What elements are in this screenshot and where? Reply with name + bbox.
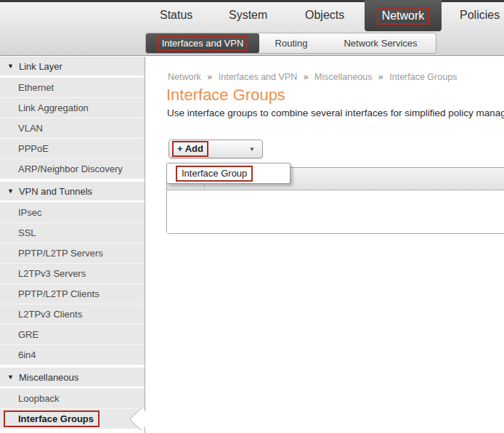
annotation-box: Interfaces and VPN	[158, 36, 248, 51]
collapse-triangle-icon: ▼	[7, 187, 14, 195]
nav-network[interactable]: Network	[365, 0, 442, 31]
section-title: Miscellaneous	[19, 372, 78, 383]
sidebar-item-link-aggregation[interactable]: Link Aggregation	[0, 97, 145, 118]
breadcrumb-interface-groups[interactable]: Interface Groups	[389, 72, 457, 82]
breadcrumb-miscellaneous[interactable]: Miscellaneous	[314, 72, 372, 82]
subnav-active-label: Interfaces and VPN	[162, 38, 244, 49]
breadcrumb-network[interactable]: Network	[168, 72, 201, 82]
sidebar-item-pptp-l2tp-clients[interactable]: PPTP/L2TP Clients	[0, 283, 145, 304]
subnav-bar: Interfaces and VPN Routing Network Servi…	[145, 33, 436, 54]
page-title: Interface Groups	[166, 86, 285, 105]
breadcrumb-separator: »	[378, 72, 383, 82]
sidebar-item-ssl[interactable]: SSL	[0, 222, 145, 243]
sidebar-item-l2tpv3-servers[interactable]: L2TPv3 Servers	[0, 263, 145, 283]
nav-network-label: Network	[382, 9, 425, 22]
sidebar-item-l2tpv3-clients[interactable]: L2TPv3 Clients	[0, 304, 145, 324]
section-title: Link Layer	[19, 61, 62, 72]
sidebar-item-loopback[interactable]: Loopback	[0, 388, 145, 408]
menu-item-label: Interface Group	[182, 168, 247, 179]
breadcrumb-interfaces-and-vpn[interactable]: Interfaces and VPN	[219, 72, 297, 82]
page-description: Use interface groups to combine several …	[167, 108, 504, 118]
add-button[interactable]: + Add ▼	[168, 139, 263, 158]
sidebar-item-label: Interface Groups	[18, 413, 94, 424]
nav-policies[interactable]: Policies	[460, 9, 500, 22]
sidebar-item-interface-groups[interactable]: Interface Groups	[0, 408, 145, 429]
sidebar-item-ipsec[interactable]: IPsec	[0, 202, 145, 222]
annotation-box: Interface Group	[176, 166, 253, 182]
sidebar-header-miscellaneous[interactable]: ▼ Miscellaneous	[0, 368, 145, 388]
table-body-empty	[167, 190, 504, 233]
annotation-box: + Add	[172, 141, 208, 157]
annotation-box: Interface Groups	[4, 410, 99, 427]
top-header: Status System Objects Network Policies I…	[0, 0, 504, 56]
nav-objects[interactable]: Objects	[305, 9, 344, 22]
breadcrumb: Network » Interfaces and VPN » Miscellan…	[168, 72, 457, 82]
sidebar-item-ethernet[interactable]: Ethernet	[0, 77, 145, 97]
collapse-triangle-icon: ▼	[7, 373, 14, 381]
collapse-triangle-icon: ▼	[7, 62, 14, 70]
breadcrumb-separator: »	[304, 72, 309, 82]
add-dropdown-menu: Interface Group	[166, 163, 290, 184]
nav-status[interactable]: Status	[160, 9, 192, 22]
sidebar-header-vpn-and-tunnels[interactable]: ▼ VPN and Tunnels	[0, 182, 145, 202]
sidebar-item-pptp-l2tp-servers[interactable]: PPTP/L2TP Servers	[0, 243, 145, 263]
subnav-tab-interfaces-and-vpn[interactable]: Interfaces and VPN	[146, 33, 259, 53]
sidebar: ▼ Link Layer Ethernet Link Aggregation V…	[0, 57, 145, 433]
nav-system[interactable]: System	[229, 9, 267, 22]
sidebar-header-link-layer[interactable]: ▼ Link Layer	[0, 57, 145, 77]
subnav-tab-routing[interactable]: Routing	[262, 33, 320, 53]
breadcrumb-separator: »	[207, 72, 212, 82]
sidebar-section-vpn-and-tunnels: ▼ VPN and Tunnels IPsec SSL PPTP/L2TP Se…	[0, 182, 145, 365]
sidebar-item-arp-neighbor-discovery[interactable]: ARP/Neighbor Discovery	[0, 158, 145, 179]
add-button-label: + Add	[177, 143, 203, 154]
chevron-down-icon: ▼	[249, 146, 255, 153]
sidebar-item-pppoe[interactable]: PPPoE	[0, 138, 145, 158]
menu-item-interface-group[interactable]: Interface Group	[167, 166, 253, 182]
sidebar-section-miscellaneous: ▼ Miscellaneous Loopback Interface Group…	[0, 368, 145, 429]
main-content: Network » Interfaces and VPN » Miscellan…	[146, 57, 504, 433]
sidebar-item-vlan[interactable]: VLAN	[0, 118, 145, 138]
sidebar-section-link-layer: ▼ Link Layer Ethernet Link Aggregation V…	[0, 57, 145, 179]
section-title: VPN and Tunnels	[19, 186, 92, 197]
annotation-box: Network	[377, 7, 430, 25]
app-window: Status System Objects Network Policies I…	[0, 0, 504, 433]
subnav-tab-network-services[interactable]: Network Services	[337, 33, 424, 53]
sidebar-item-gre[interactable]: GRE	[0, 324, 145, 344]
sidebar-item-6in4[interactable]: 6in4	[0, 344, 145, 365]
